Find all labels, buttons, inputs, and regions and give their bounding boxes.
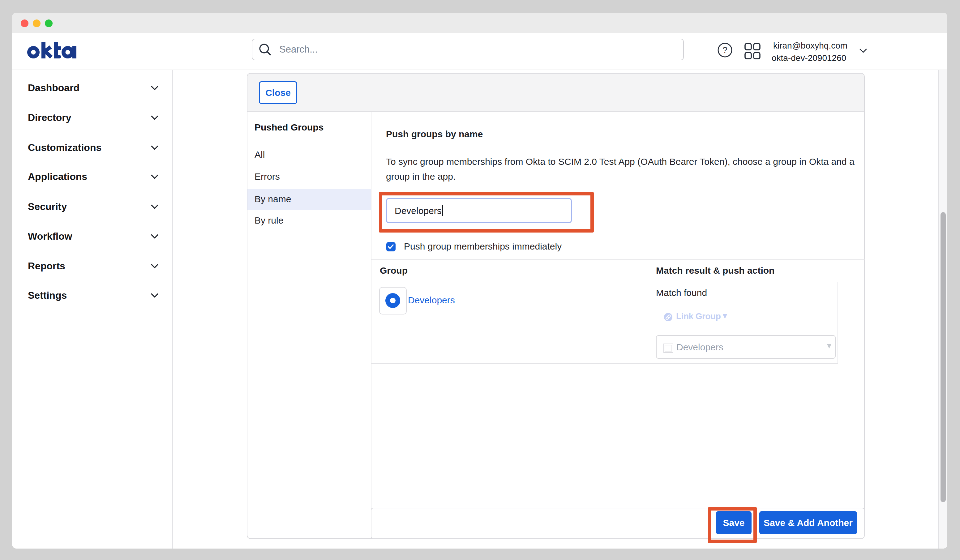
svg-text:?: ? [722, 45, 727, 55]
